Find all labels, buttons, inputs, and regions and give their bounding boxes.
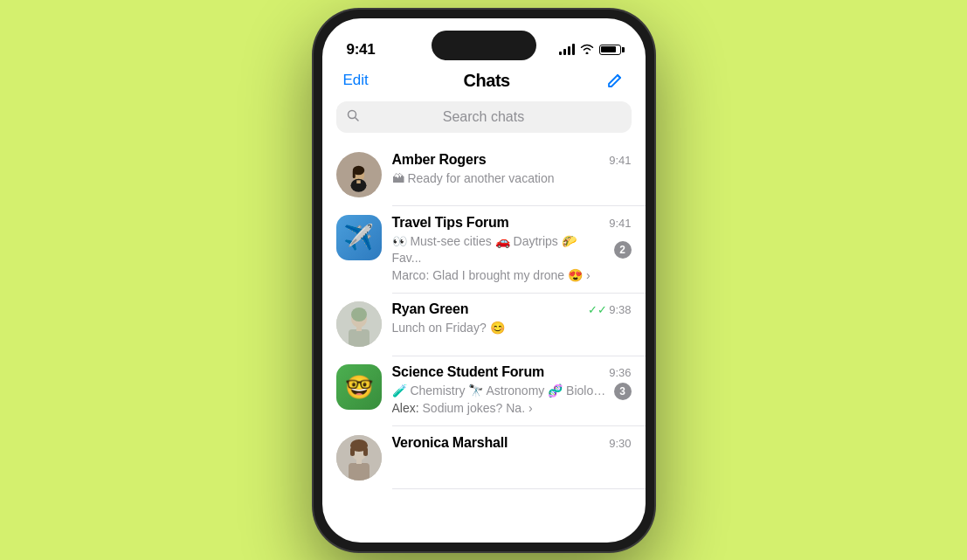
chat-time-veronica: 9:30 (609, 437, 631, 450)
chat-name-ryan: Ryan Green (392, 301, 469, 317)
svg-rect-6 (356, 180, 361, 183)
chat-header-science: Science Student Forum 9:36 (392, 364, 632, 380)
chat-name-travel: Travel Tips Forum (392, 215, 509, 231)
compose-button[interactable] (605, 71, 625, 90)
chat-name-science: Science Student Forum (392, 364, 545, 380)
svg-rect-10 (349, 329, 370, 347)
wifi-icon (580, 43, 594, 57)
chat-item-amber[interactable]: Amber Rogers 9:41 🏔 Ready for another va… (322, 143, 646, 206)
search-container: Search chats (322, 101, 646, 143)
chat-content-amber: Amber Rogers 9:41 🏔 Ready for another va… (392, 152, 632, 188)
chat-header-ryan: Ryan Green ✓✓9:38 (392, 301, 632, 317)
chat-item-ryan[interactable]: Ryan Green ✓✓9:38 Lunch on Friday? 😊 (322, 293, 646, 356)
chat-header-amber: Amber Rogers 9:41 (392, 152, 632, 168)
chat-item-veronica[interactable]: Veronica Marshall 9:30 (322, 426, 646, 489)
chat-time-travel: 9:41 (609, 217, 631, 230)
svg-rect-15 (350, 447, 355, 456)
chat-header-travel: Travel Tips Forum 9:41 (392, 215, 632, 231)
svg-rect-18 (356, 459, 362, 464)
avatar-veronica (336, 435, 382, 480)
chat-list: Amber Rogers 9:41 🏔 Ready for another va… (322, 143, 646, 543)
svg-rect-17 (349, 463, 370, 480)
chat-time-science: 9:36 (609, 366, 631, 379)
avatar-amber (336, 152, 382, 197)
chat-preview-ryan: Lunch on Friday? 😊 (392, 320, 632, 337)
chat-content-science: Science Student Forum 9:36 🧪 Chemistry 🔭… (392, 364, 632, 418)
chat-name-veronica: Veronica Marshall (392, 435, 508, 451)
chat-content-travel: Travel Tips Forum 9:41 👀 Must-see cities… (392, 215, 632, 285)
battery-icon (599, 45, 621, 55)
chat-preview-amber: 🏔 Ready for another vacation (392, 170, 632, 188)
svg-rect-11 (356, 326, 362, 331)
chat-content-veronica: Veronica Marshall 9:30 (392, 435, 632, 471)
chat-preview-science: 🧪 Chemistry 🔭 Astronomy 🧬 Biolog... 3 Al… (392, 383, 632, 418)
svg-rect-4 (353, 170, 356, 178)
signal-bars-icon (559, 45, 575, 55)
page-title: Chats (464, 71, 510, 91)
status-icons (559, 43, 621, 57)
dynamic-island (432, 31, 536, 60)
chat-item-travel[interactable]: ✈️ Travel Tips Forum 9:41 👀 Must-see cit… (322, 206, 646, 294)
phone-wrapper: 9:41 (314, 10, 654, 551)
search-bar[interactable]: Search chats (336, 101, 632, 133)
chat-name-amber: Amber Rogers (392, 152, 487, 168)
status-time: 9:41 (347, 41, 376, 59)
avatar-travel: ✈️ (336, 215, 382, 260)
avatar-ryan (336, 301, 382, 347)
svg-rect-16 (363, 447, 368, 456)
avatar-science: 🤓 (336, 364, 382, 410)
phone-screen: 9:41 (322, 18, 646, 543)
chat-preview-veronica (392, 453, 632, 471)
chat-content-ryan: Ryan Green ✓✓9:38 Lunch on Friday? 😊 (392, 301, 632, 337)
nav-bar: Edit Chats (322, 67, 646, 101)
chat-item-science[interactable]: 🤓 Science Student Forum 9:36 🧪 Chemistry… (322, 356, 646, 426)
svg-point-9 (351, 308, 367, 321)
unread-badge-travel: 2 (614, 241, 632, 259)
read-tick-icon: ✓✓ (588, 303, 607, 316)
chat-time-ryan: ✓✓9:38 (588, 303, 631, 316)
unread-badge-science: 3 (614, 383, 632, 400)
chat-header-veronica: Veronica Marshall 9:30 (392, 435, 632, 451)
chat-time-amber: 9:41 (609, 154, 631, 167)
chat-preview-travel: 👀 Must-see cities 🚗 Daytrips 🌮 Fav... 2 … (392, 233, 632, 285)
search-placeholder-text: Search chats (347, 109, 621, 125)
edit-button[interactable]: Edit (343, 72, 369, 89)
